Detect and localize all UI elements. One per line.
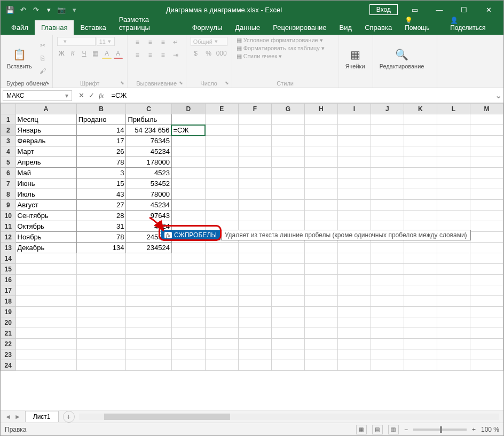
cell[interactable]: Сентябрь xyxy=(15,211,76,221)
underline-button[interactable]: Ч xyxy=(80,48,89,59)
cell[interactable] xyxy=(404,328,437,339)
cell[interactable]: 26 xyxy=(76,146,126,157)
cell[interactable] xyxy=(337,339,371,349)
cell[interactable] xyxy=(271,200,304,211)
row-header[interactable]: 9 xyxy=(1,200,16,211)
cell[interactable] xyxy=(470,125,503,136)
row-header[interactable]: 19 xyxy=(1,307,16,317)
tab-layout[interactable]: Разметка страницы xyxy=(113,12,186,35)
spreadsheet-grid[interactable]: ABCDEFGHIJKLM1МесяцПроданоПрибыль2Январь… xyxy=(1,103,503,410)
cell[interactable]: 3 xyxy=(76,168,126,178)
cell[interactable] xyxy=(205,339,238,349)
column-header[interactable]: A xyxy=(15,104,76,114)
align-center-icon[interactable]: ≡ xyxy=(145,50,155,60)
row-header[interactable]: 13 xyxy=(1,243,16,253)
cell[interactable] xyxy=(337,168,371,178)
cell[interactable] xyxy=(238,349,271,360)
cell[interactable] xyxy=(371,317,404,328)
column-header[interactable]: D xyxy=(171,104,205,114)
cell[interactable] xyxy=(404,200,437,211)
cell[interactable]: 53452 xyxy=(126,178,172,189)
cell[interactable] xyxy=(470,136,503,146)
cell[interactable] xyxy=(304,168,337,178)
alignment-launcher-icon[interactable]: ⬊ xyxy=(177,79,185,87)
cell[interactable] xyxy=(126,328,172,339)
cell[interactable] xyxy=(238,125,271,136)
cells-button[interactable]: ▦ Ячейки xyxy=(343,46,367,71)
row-header[interactable]: 4 xyxy=(1,146,16,157)
cell[interactable] xyxy=(15,349,76,360)
cell[interactable] xyxy=(126,253,172,264)
cell[interactable] xyxy=(437,285,470,296)
row-header[interactable]: 8 xyxy=(1,189,16,200)
cell[interactable] xyxy=(337,189,371,200)
cell[interactable] xyxy=(371,285,404,296)
view-normal-icon[interactable]: ▦ xyxy=(356,425,367,434)
cell[interactable]: Февраль xyxy=(15,136,76,146)
cut-icon[interactable]: ✂ xyxy=(37,40,48,51)
cell[interactable] xyxy=(437,178,470,189)
cell[interactable] xyxy=(470,243,503,253)
cell[interactable] xyxy=(76,307,126,317)
tab-help[interactable]: Справка xyxy=(358,20,398,35)
cell[interactable] xyxy=(337,211,371,221)
cell[interactable] xyxy=(76,253,126,264)
cell[interactable] xyxy=(470,317,503,328)
fill-color-button[interactable]: A xyxy=(102,48,111,59)
cell[interactable] xyxy=(238,146,271,157)
cell[interactable] xyxy=(238,253,271,264)
cell[interactable] xyxy=(238,296,271,307)
cell[interactable] xyxy=(205,125,238,136)
zoom-out-button[interactable]: − xyxy=(404,426,408,433)
cell[interactable] xyxy=(404,136,437,146)
cell[interactable] xyxy=(404,243,437,253)
cell[interactable] xyxy=(205,146,238,157)
view-page-layout-icon[interactable]: ▤ xyxy=(372,425,383,434)
cell[interactable] xyxy=(205,360,238,371)
cell[interactable] xyxy=(371,146,404,157)
redo-icon[interactable]: ↷ xyxy=(32,5,40,14)
cell[interactable] xyxy=(437,200,470,211)
column-header[interactable]: B xyxy=(76,104,126,114)
cell[interactable] xyxy=(337,275,371,285)
cell[interactable] xyxy=(205,296,238,307)
cell[interactable] xyxy=(437,243,470,253)
cell[interactable] xyxy=(76,349,126,360)
cell[interactable] xyxy=(404,349,437,360)
cell[interactable] xyxy=(437,168,470,178)
cell[interactable] xyxy=(404,168,437,178)
cell[interactable] xyxy=(171,243,205,253)
wrap-text-icon[interactable]: ↵ xyxy=(170,37,181,48)
cell[interactable] xyxy=(271,114,304,125)
cell[interactable] xyxy=(404,285,437,296)
row-header[interactable]: 3 xyxy=(1,136,16,146)
cell[interactable] xyxy=(371,211,404,221)
cell[interactable]: 97643 xyxy=(126,211,172,221)
cell[interactable] xyxy=(337,243,371,253)
cell-styles-button[interactable]: ▦ Стили ячеек ▾ xyxy=(237,53,282,60)
cell[interactable] xyxy=(437,211,470,221)
cell[interactable] xyxy=(371,296,404,307)
cell[interactable] xyxy=(304,189,337,200)
cell[interactable]: 28 xyxy=(76,211,126,221)
cell[interactable] xyxy=(470,178,503,189)
cell[interactable] xyxy=(171,296,205,307)
tab-review[interactable]: Рецензирование xyxy=(266,20,333,35)
cell[interactable] xyxy=(171,136,205,146)
align-bottom-icon[interactable]: ≡ xyxy=(158,37,168,48)
cell[interactable] xyxy=(304,328,337,339)
cell[interactable] xyxy=(337,307,371,317)
cell[interactable]: Апрель xyxy=(15,157,76,168)
bold-button[interactable]: Ж xyxy=(57,48,66,59)
cell[interactable] xyxy=(205,211,238,221)
cell[interactable] xyxy=(205,189,238,200)
cell[interactable] xyxy=(171,264,205,275)
cell[interactable] xyxy=(126,307,172,317)
row-header[interactable]: 20 xyxy=(1,317,16,328)
save-icon[interactable]: 💾 xyxy=(6,5,14,14)
sheet-tab[interactable]: Лист1 xyxy=(25,411,59,422)
cell[interactable] xyxy=(304,264,337,275)
cell[interactable] xyxy=(171,285,205,296)
row-header[interactable]: 22 xyxy=(1,339,16,349)
cell[interactable] xyxy=(126,285,172,296)
